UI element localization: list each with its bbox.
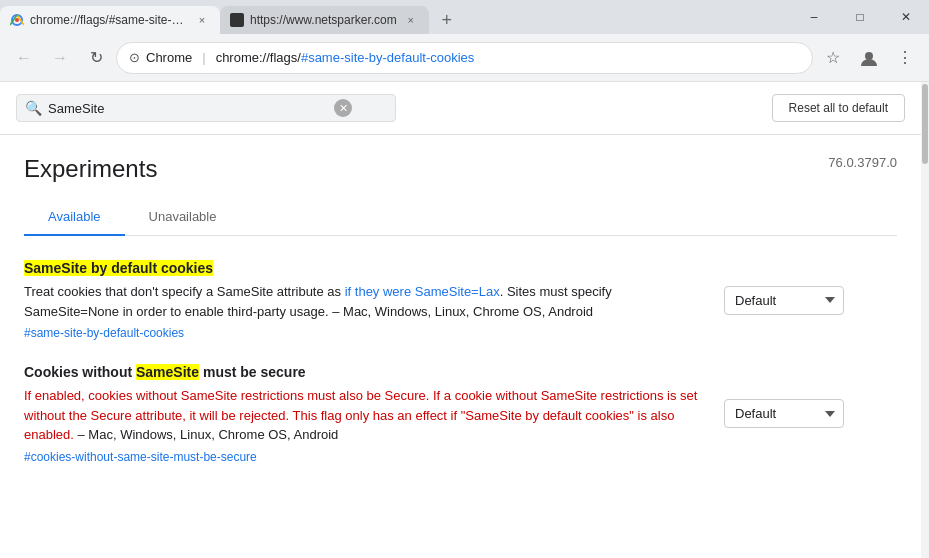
menu-button[interactable]: ⋮ [889,42,921,74]
experiment-anchor-2[interactable]: #cookies-without-same-site-must-be-secur… [24,450,257,464]
url-display: chrome://flags/#same-site-by-default-coo… [216,50,800,65]
nav-right: ☆ ⋮ [817,42,921,74]
experiment-title-highlight-1: SameSite by default cookies [24,260,213,276]
back-button[interactable]: ← [8,42,40,74]
search-icon: 🔍 [25,100,42,116]
experiment-title-2: Cookies without SameSite must be secure [24,364,708,380]
title-bar: chrome://flags/#same-site-by-de... × htt… [0,0,929,34]
experiment-row-2: Cookies without SameSite must be secure … [24,364,844,464]
experiment-text-1: SameSite by default cookies Treat cookie… [24,260,708,340]
experiments-title: Experiments [24,155,157,183]
search-section: 🔍 ✕ Reset all to default [0,82,921,135]
window-controls: – □ ✕ [791,0,929,34]
version-number: 76.0.3797.0 [828,155,897,170]
experiment-dropdown-2[interactable]: Default Enabled Disabled [724,399,844,428]
reset-all-button[interactable]: Reset all to default [772,94,905,122]
tab-netsparker[interactable]: https://www.netsparker.com × [220,6,429,34]
profile-button[interactable] [853,42,885,74]
scrollbar[interactable] [921,82,929,558]
tab-label-flags: chrome://flags/#same-site-by-de... [30,13,188,27]
lock-icon: ⊙ [129,50,140,65]
address-bar[interactable]: ⊙ Chrome | chrome://flags/#same-site-by-… [116,42,813,74]
experiment-desc-2: If enabled, cookies without SameSite res… [24,386,708,445]
experiment-text-2: Cookies without SameSite must be secure … [24,364,708,464]
minimize-button[interactable]: – [791,0,837,34]
restore-button[interactable]: □ [837,0,883,34]
experiment-samesite-default: SameSite by default cookies Treat cookie… [24,260,844,340]
desc-link-text-1: if they were SameSite=Lax [345,284,500,299]
reload-button[interactable]: ↻ [80,42,112,74]
tab-favicon-chrome [10,13,24,27]
experiment-anchor-1[interactable]: #same-site-by-default-cookies [24,326,184,340]
tab-unavailable[interactable]: Unavailable [125,199,241,236]
tabs-row: Available Unavailable [24,199,897,236]
tab-favicon-netsparker [230,13,244,27]
experiment-desc-1: Treat cookies that don't specify a SameS… [24,282,708,321]
tab-close-netsparker[interactable]: × [403,12,419,28]
chrome-label: Chrome [146,50,192,65]
bookmark-button[interactable]: ☆ [817,42,849,74]
experiments-header: Experiments 76.0.3797.0 [0,135,921,183]
url-separator: | [202,50,205,65]
experiment-desc-red: If enabled, cookies without SameSite res… [24,388,697,442]
url-fragment: #same-site-by-default-cookies [301,50,474,65]
tab-flags[interactable]: chrome://flags/#same-site-by-de... × [0,6,220,34]
svg-point-4 [865,52,873,60]
experiment-title-highlight-2: SameSite [136,364,199,380]
forward-button[interactable]: → [44,42,76,74]
tabs-section: Available Unavailable [0,199,921,236]
experiment-title-1: SameSite by default cookies [24,260,708,276]
close-button[interactable]: ✕ [883,0,929,34]
page-content: 🔍 ✕ Reset all to default Experiments 76.… [0,82,921,558]
experiment-dropdown-1[interactable]: Default Enabled Disabled [724,286,844,315]
svg-point-1 [15,18,19,22]
tab-label-netsparker: https://www.netsparker.com [250,13,397,27]
tab-available[interactable]: Available [24,199,125,236]
nav-bar: ← → ↻ ⊙ Chrome | chrome://flags/#same-si… [0,34,929,82]
tab-close-flags[interactable]: × [194,12,210,28]
search-box: 🔍 ✕ [16,94,396,122]
new-tab-button[interactable]: + [433,6,461,34]
page-container: 🔍 ✕ Reset all to default Experiments 76.… [0,82,929,558]
experiment-row-1: SameSite by default cookies Treat cookie… [24,260,844,340]
search-input[interactable] [48,101,328,116]
scrollbar-thumb[interactable] [922,84,928,164]
content-section: SameSite by default cookies Treat cookie… [0,236,921,464]
experiment-cookies-secure: Cookies without SameSite must be secure … [24,364,844,464]
clear-search-button[interactable]: ✕ [334,99,352,117]
